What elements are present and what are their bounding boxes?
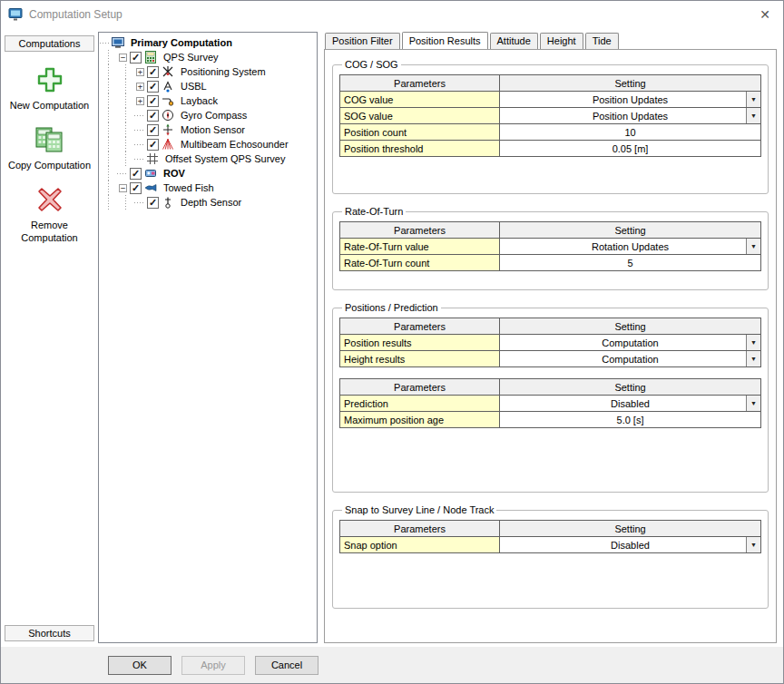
- ok-button[interactable]: OK: [108, 656, 172, 675]
- tab-position-results[interactable]: Position Results: [402, 32, 488, 49]
- dropdown-arrow-icon[interactable]: ▼: [746, 92, 760, 107]
- setting-text: 5.0 [s]: [617, 415, 644, 425]
- multibeam-icon: [162, 138, 177, 151]
- sidebar-actions: New Computation: [5, 52, 94, 625]
- tree-item-checkbox[interactable]: ✓: [147, 139, 159, 151]
- expander-minus-icon[interactable]: −: [117, 181, 129, 195]
- tree-item-usbl[interactable]: +✓USBL: [100, 79, 316, 93]
- tree-item-checkbox[interactable]: ✓: [130, 168, 142, 180]
- tree-item-motion-sensor[interactable]: ✓Motion Sensor: [100, 122, 316, 137]
- tree-item-checkbox[interactable]: ✓: [147, 110, 159, 122]
- table-header-row: ParametersSetting: [340, 318, 761, 335]
- group-empty-area: [339, 168, 761, 193]
- parameters-table: ParametersSettingPosition resultsComputa…: [339, 318, 761, 367]
- tree-item-checkbox[interactable]: ✓: [130, 52, 142, 64]
- setting-value-cog-value[interactable]: Position Updates▼: [500, 92, 761, 108]
- tree-guide-line: [100, 195, 117, 210]
- tab-position-filter[interactable]: Position Filter: [325, 33, 400, 49]
- computations-button[interactable]: Computations: [5, 35, 94, 52]
- tree-item-label: Motion Sensor: [179, 124, 247, 135]
- setting-value-position-count[interactable]: 10: [500, 124, 761, 141]
- tree-item-qps-survey[interactable]: −✓QPS Survey: [100, 50, 316, 64]
- dropdown-arrow-icon[interactable]: ▼: [746, 351, 760, 366]
- tree-item-checkbox[interactable]: ✓: [147, 124, 159, 136]
- setting-value-position-results[interactable]: Computation▼: [500, 335, 761, 351]
- setting-value-rate-of-turn-count[interactable]: 5: [500, 255, 761, 271]
- tree-guide-line: [100, 64, 117, 79]
- tree-item-primary-computation[interactable]: Primary Computation: [100, 35, 316, 50]
- group-cog-sog: COG / SOGParametersSettingCOG valuePosit…: [332, 59, 769, 194]
- expander-minus-icon[interactable]: −: [117, 50, 129, 64]
- table-header-row: ParametersSetting: [340, 379, 761, 396]
- table-row: PredictionDisabled▼: [340, 396, 761, 412]
- tab-attitude[interactable]: Attitude: [490, 33, 538, 49]
- setting-value-position-threshold[interactable]: 0.05 [m]: [500, 141, 761, 157]
- setting-value-rate-of-turn-value[interactable]: Rotation Updates▼: [500, 239, 761, 255]
- apply-button[interactable]: Apply: [181, 656, 245, 675]
- tree-item-checkbox[interactable]: ✓: [147, 81, 159, 93]
- table-header-row: ParametersSetting: [340, 222, 761, 239]
- tree-item-checkbox[interactable]: ✓: [130, 182, 142, 194]
- cancel-button[interactable]: Cancel: [255, 656, 318, 675]
- tree-item-label: ROV: [162, 168, 187, 179]
- tree-item-checkbox[interactable]: ✓: [147, 95, 159, 107]
- remove-computation-button[interactable]: Remove Computation: [7, 186, 93, 244]
- column-header-setting: Setting: [500, 222, 761, 239]
- tree-item-checkbox[interactable]: ✓: [147, 197, 159, 209]
- group-snap-to-survey-line-node-track: Snap to Survey Line / Node TrackParamete…: [332, 504, 769, 609]
- window-title: Computation Setup: [29, 8, 752, 21]
- titlebar: Computation Setup ✕: [1, 1, 783, 28]
- column-header-parameters: Parameters: [340, 222, 500, 239]
- parameter-name: SOG value: [340, 108, 500, 124]
- tab-tide[interactable]: Tide: [585, 33, 619, 49]
- tree-item-towed-fish[interactable]: −✓Towed Fish: [100, 181, 316, 195]
- new-computation-button[interactable]: New Computation: [7, 66, 93, 112]
- tree-item-layback[interactable]: +✓Layback: [100, 93, 316, 108]
- parameter-name: Position results: [340, 335, 500, 351]
- tree-item-checkbox[interactable]: ✓: [147, 66, 159, 78]
- tab-strip: Position FilterPosition ResultsAttitudeH…: [324, 32, 777, 49]
- setting-value-maximum-position-age[interactable]: 5.0 [s]: [500, 412, 761, 428]
- table-row: Height resultsComputation▼: [340, 351, 761, 367]
- table-row: Position threshold0.05 [m]: [340, 141, 761, 157]
- copy-computation-button[interactable]: Copy Computation: [7, 126, 93, 171]
- setting-value-sog-value[interactable]: Position Updates▼: [500, 108, 761, 124]
- survey-icon: [144, 51, 160, 64]
- dropdown-arrow-icon[interactable]: ▼: [746, 239, 760, 254]
- tab-height[interactable]: Height: [540, 33, 583, 49]
- tree-item-rov[interactable]: ✓ROV: [100, 166, 316, 181]
- tree-item-depth-sensor[interactable]: ✓Depth Sensor: [100, 195, 316, 210]
- table-row: Rate-Of-Turn count5: [340, 255, 761, 271]
- app-icon: [8, 7, 23, 22]
- expander-glyph: +: [136, 68, 144, 76]
- table-header-row: ParametersSetting: [340, 521, 761, 537]
- system-tree: Primary Computation−✓QPS Survey+✓Positio…: [98, 32, 318, 643]
- setting-value-prediction[interactable]: Disabled▼: [500, 396, 761, 412]
- expander-plus-icon[interactable]: +: [134, 79, 146, 93]
- expander-glyph: +: [136, 97, 144, 105]
- dropdown-arrow-icon[interactable]: ▼: [746, 537, 760, 552]
- tree-guide-line: [100, 151, 117, 166]
- dropdown-arrow-icon[interactable]: ▼: [746, 396, 760, 411]
- parameter-name: Height results: [340, 351, 500, 367]
- close-icon[interactable]: ✕: [752, 7, 778, 22]
- setting-value-height-results[interactable]: Computation▼: [500, 351, 761, 367]
- tree-guide-line: [100, 50, 117, 64]
- expander-plus-icon[interactable]: +: [134, 64, 146, 79]
- tree-guide-line: [117, 195, 134, 210]
- tree-item-gyro-compass[interactable]: ✓Gyro Compass: [100, 108, 316, 122]
- tree-item-offset-system-qps-survey[interactable]: Offset System QPS Survey: [100, 151, 316, 166]
- dropdown-arrow-icon[interactable]: ▼: [746, 108, 760, 123]
- computation-setup-window: Computation Setup ✕ Computations New Com…: [0, 0, 784, 684]
- tree-item-positioning-system[interactable]: +✓Positioning System: [100, 64, 316, 79]
- shortcuts-button[interactable]: Shortcuts: [5, 625, 94, 641]
- tree-item-label: Gyro Compass: [179, 110, 249, 121]
- expander-glyph: −: [119, 184, 127, 192]
- setting-value-snap-option[interactable]: Disabled▼: [500, 537, 761, 553]
- tree-item-multibeam-echosounder[interactable]: ✓Multibeam Echosounder: [100, 137, 316, 151]
- dropdown-arrow-icon[interactable]: ▼: [746, 335, 760, 350]
- tree-guide-line: [117, 108, 134, 122]
- parameter-name: Maximum position age: [340, 412, 500, 428]
- expander-plus-icon[interactable]: +: [134, 93, 146, 108]
- group-title: Rate-Of-Turn: [342, 206, 406, 217]
